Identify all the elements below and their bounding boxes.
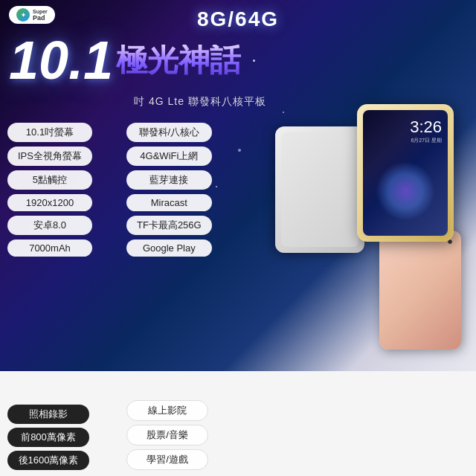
feature-pill-r5: Google Play xyxy=(126,239,212,257)
tablet-rose xyxy=(379,231,461,350)
title-number: 10.1 xyxy=(9,33,113,87)
features-left: 10.1吋螢幕 IPS全視角螢幕 5點觸控 1920x1200 安卓8.0 70… xyxy=(7,123,92,257)
bottom-pill-l0: 照相錄影 xyxy=(7,405,89,424)
feature-pill-4: 安卓8.0 xyxy=(7,216,92,235)
brand-text-top: Super xyxy=(33,9,48,14)
bottom-features-right: 線上影院 股票/音樂 學習/遊戲 xyxy=(126,400,208,470)
subtitle: 吋 4G Lte 聯發科八核平板 xyxy=(134,95,266,109)
feature-pill-5: 7000mAh xyxy=(7,239,92,257)
feature-pill-1: IPS全視角螢幕 xyxy=(7,147,92,166)
bottom-pill-r2: 學習/遊戲 xyxy=(126,449,208,470)
main-title: 10.1 極光神話 xyxy=(9,33,241,87)
feature-pill-0: 10.1吋螢幕 xyxy=(7,123,92,142)
brand-header: ✦ Super Pad xyxy=(9,6,55,24)
product-page: ✦ Super Pad 8G/64G 10.1 極光神話 吋 4G Lte 聯發… xyxy=(0,0,476,476)
brand-text: Super Pad xyxy=(33,9,48,22)
tablet-gold-main: 3:26 6月27日 星期 xyxy=(357,104,454,242)
tablets-display: 3:26 6月27日 星期 xyxy=(268,82,476,379)
tablet-screen: 3:26 6月27日 星期 xyxy=(363,110,448,236)
brand-logo: ✦ Super Pad xyxy=(9,6,55,24)
storage-badge: 8G/64G xyxy=(197,7,279,31)
brand-text-bottom: Pad xyxy=(33,14,48,22)
bottom-pill-l2: 後1600萬像素 xyxy=(7,451,89,470)
tablet-silver xyxy=(275,126,364,253)
feature-pill-r4: TF卡最高256G xyxy=(126,216,212,235)
screen-time: 3:26 xyxy=(363,110,448,137)
feature-pill-2: 5點觸控 xyxy=(7,170,92,190)
feature-pill-r2: 藍芽連接 xyxy=(126,170,212,190)
brand-icon: ✦ xyxy=(16,8,30,22)
title-chinese: 極光神話 xyxy=(116,45,241,76)
bottom-features-left: 照相錄影 前800萬像素 後1600萬像素 xyxy=(7,405,89,470)
features-right: 聯發科/八核心 4G&WiFi上網 藍芽連接 Miracast TF卡最高256… xyxy=(126,123,212,257)
screen-glow xyxy=(376,161,435,221)
screen-date: 6月27日 星期 xyxy=(363,137,448,144)
bottom-pill-l1: 前800萬像素 xyxy=(7,428,89,447)
camera-silver xyxy=(351,135,356,140)
bottom-pill-r1: 股票/音樂 xyxy=(126,425,208,446)
feature-pill-r1: 4G&WiFi上網 xyxy=(126,147,212,166)
feature-pill-r3: Miracast xyxy=(126,194,212,211)
bottom-pill-r0: 線上影院 xyxy=(126,400,208,421)
feature-pill-r0: 聯發科/八核心 xyxy=(126,123,212,142)
feature-pill-3: 1920x1200 xyxy=(7,194,92,211)
